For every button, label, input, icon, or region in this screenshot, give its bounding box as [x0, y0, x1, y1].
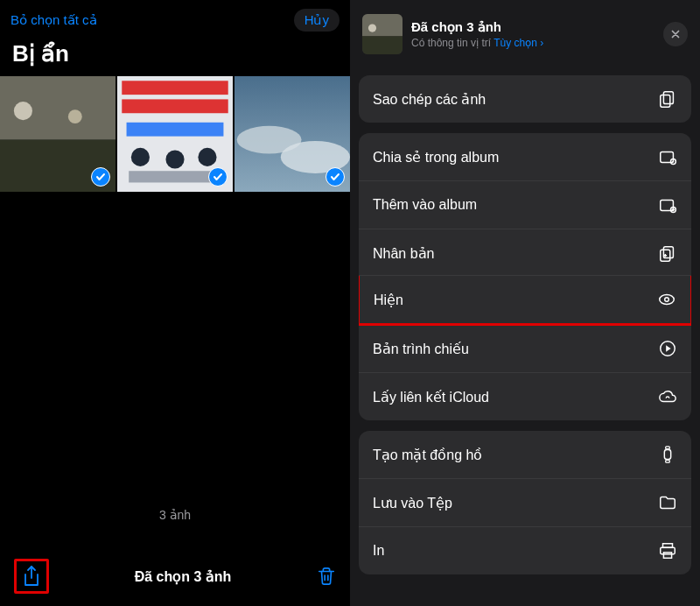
cancel-button[interactable]: Hủy — [294, 9, 340, 32]
folder-icon — [658, 493, 677, 512]
close-button[interactable] — [663, 22, 688, 46]
action-label: Sao chép các ảnh — [373, 91, 486, 108]
action-label: Lưu vào Tệp — [373, 495, 452, 511]
svg-rect-7 — [127, 123, 224, 137]
sheet-thumbnail — [362, 14, 402, 54]
svg-rect-15 — [362, 14, 402, 36]
action-cloud-link[interactable]: Lấy liên kết iCloud — [359, 372, 691, 420]
svg-point-2 — [14, 102, 32, 120]
action-play-circle[interactable]: Bản trình chiếu — [359, 324, 691, 372]
cloud-link-icon — [658, 387, 677, 406]
svg-point-3 — [68, 109, 82, 123]
duplicate-icon — [658, 243, 677, 263]
play-circle-icon — [658, 339, 677, 358]
action-album-share[interactable]: Chia sẻ trong album — [359, 133, 691, 180]
action-label: Bản trình chiếu — [373, 341, 469, 357]
options-link[interactable]: Tùy chọn › — [494, 37, 543, 49]
action-label: Tạo mặt đồng hồ — [373, 447, 482, 463]
album-add-icon — [658, 195, 677, 215]
selected-check-icon — [91, 167, 110, 187]
action-group: Chia sẻ trong albumThêm vào albumNhân bả… — [359, 133, 691, 420]
svg-rect-16 — [362, 36, 402, 54]
share-sheet-header: Đã chọn 3 ảnh Có thông tin vị trí Tùy ch… — [350, 0, 700, 65]
sheet-title: Đã chọn 3 ảnh — [411, 19, 654, 35]
svg-rect-11 — [129, 171, 221, 182]
action-label: In — [373, 543, 384, 559]
hidden-album-screen: Bỏ chọn tất cả Hủy Bị ẩn — [0, 0, 350, 606]
sheet-subtitle[interactable]: Có thông tin vị trí Tùy chọn › — [411, 37, 654, 49]
share-sheet-body[interactable]: Sao chép các ảnhChia sẻ trong albumThêm … — [350, 65, 700, 606]
photo-thumbnail[interactable] — [234, 76, 350, 192]
action-label: Thêm vào album — [373, 197, 477, 213]
left-topbar: Bỏ chọn tất cả Hủy — [0, 0, 350, 37]
action-group: Tạo mặt đồng hồLưu vào TệpIn — [359, 431, 691, 574]
svg-point-9 — [165, 150, 184, 168]
bottom-toolbar: Đã chọn 3 ảnh — [0, 548, 350, 606]
action-folder[interactable]: Lưu vào Tệp — [359, 478, 691, 526]
watch-icon — [658, 445, 677, 464]
trash-icon[interactable] — [317, 566, 336, 587]
svg-rect-5 — [122, 81, 228, 95]
svg-rect-6 — [122, 99, 228, 113]
action-printer[interactable]: In — [359, 526, 691, 574]
share-button-highlight — [14, 559, 49, 594]
action-watch[interactable]: Tạo mặt đồng hồ — [359, 431, 691, 478]
share-icon[interactable] — [21, 565, 42, 588]
action-eye[interactable]: Hiện — [359, 275, 691, 326]
action-group: Sao chép các ảnh — [359, 75, 691, 123]
action-copy[interactable]: Sao chép các ảnh — [359, 75, 691, 123]
copy-icon — [658, 89, 677, 109]
action-label: Nhân bản — [373, 245, 435, 262]
album-share-icon — [658, 147, 677, 166]
action-label: Hiện — [374, 292, 403, 308]
deselect-all-button[interactable]: Bỏ chọn tất cả — [10, 12, 97, 28]
action-album-add[interactable]: Thêm vào album — [359, 180, 691, 229]
eye-icon — [657, 290, 676, 309]
action-label: Lấy liên kết iCloud — [373, 389, 489, 405]
selected-check-icon — [326, 167, 345, 187]
share-sheet: Đã chọn 3 ảnh Có thông tin vị trí Tùy ch… — [350, 0, 700, 606]
printer-icon — [658, 541, 677, 560]
svg-point-10 — [198, 148, 216, 166]
photo-thumbnail[interactable] — [0, 76, 116, 192]
svg-point-8 — [131, 148, 150, 166]
location-info-label: Có thông tin vị trí — [411, 37, 494, 49]
svg-point-17 — [368, 25, 376, 32]
photo-grid — [0, 76, 350, 192]
toolbar-title: Đã chọn 3 ảnh — [135, 568, 232, 585]
action-duplicate[interactable]: Nhân bản — [359, 229, 691, 277]
photo-thumbnail[interactable] — [117, 76, 233, 192]
selected-check-icon — [208, 167, 228, 187]
action-label: Chia sẻ trong album — [373, 149, 499, 166]
page-title: Bị ẩn — [0, 37, 350, 76]
photo-count-label: 3 ảnh — [0, 508, 350, 548]
